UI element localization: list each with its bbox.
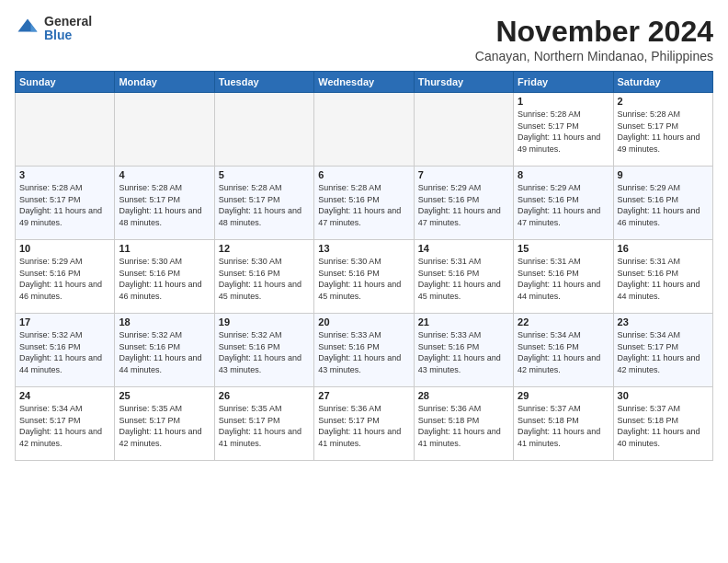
day-number: 14 bbox=[418, 243, 509, 254]
logo-text: General Blue bbox=[44, 15, 92, 43]
calendar-cell: 13Sunrise: 5:30 AM Sunset: 5:16 PM Dayli… bbox=[314, 240, 414, 314]
calendar-cell bbox=[214, 93, 313, 167]
day-info: Sunrise: 5:37 AM Sunset: 5:18 PM Dayligh… bbox=[518, 403, 609, 449]
day-number: 3 bbox=[19, 169, 110, 180]
logo-general-label: General bbox=[44, 15, 92, 29]
calendar-cell: 18Sunrise: 5:32 AM Sunset: 5:16 PM Dayli… bbox=[115, 314, 214, 387]
calendar-cell: 27Sunrise: 5:36 AM Sunset: 5:17 PM Dayli… bbox=[314, 387, 414, 461]
header-wednesday: Wednesday bbox=[314, 72, 414, 93]
day-number: 12 bbox=[219, 243, 310, 254]
calendar-cell: 10Sunrise: 5:29 AM Sunset: 5:16 PM Dayli… bbox=[16, 240, 115, 314]
calendar-cell: 17Sunrise: 5:32 AM Sunset: 5:16 PM Dayli… bbox=[16, 314, 115, 387]
day-info: Sunrise: 5:32 AM Sunset: 5:16 PM Dayligh… bbox=[219, 329, 310, 375]
month-title: November 2024 bbox=[475, 15, 713, 49]
day-number: 4 bbox=[119, 169, 210, 180]
calendar-cell: 11Sunrise: 5:30 AM Sunset: 5:16 PM Dayli… bbox=[115, 240, 214, 314]
calendar-week-2: 3Sunrise: 5:28 AM Sunset: 5:17 PM Daylig… bbox=[16, 167, 713, 240]
calendar-cell: 1Sunrise: 5:28 AM Sunset: 5:17 PM Daylig… bbox=[514, 93, 613, 167]
calendar-cell: 15Sunrise: 5:31 AM Sunset: 5:16 PM Dayli… bbox=[514, 240, 613, 314]
day-info: Sunrise: 5:35 AM Sunset: 5:17 PM Dayligh… bbox=[219, 403, 310, 449]
calendar-cell: 29Sunrise: 5:37 AM Sunset: 5:18 PM Dayli… bbox=[514, 387, 613, 461]
day-number: 25 bbox=[119, 390, 210, 401]
calendar-cell: 3Sunrise: 5:28 AM Sunset: 5:17 PM Daylig… bbox=[16, 167, 115, 240]
calendar-cell: 2Sunrise: 5:28 AM Sunset: 5:17 PM Daylig… bbox=[613, 93, 712, 167]
day-info: Sunrise: 5:30 AM Sunset: 5:16 PM Dayligh… bbox=[219, 256, 310, 302]
day-number: 29 bbox=[518, 390, 609, 401]
day-info: Sunrise: 5:31 AM Sunset: 5:16 PM Dayligh… bbox=[418, 256, 509, 302]
day-number: 8 bbox=[518, 169, 609, 180]
day-number: 19 bbox=[219, 316, 310, 327]
location-title: Canayan, Northern Mindanao, Philippines bbox=[475, 49, 713, 63]
day-number: 16 bbox=[618, 243, 709, 254]
day-info: Sunrise: 5:30 AM Sunset: 5:16 PM Dayligh… bbox=[318, 256, 409, 302]
calendar-cell: 4Sunrise: 5:28 AM Sunset: 5:17 PM Daylig… bbox=[115, 167, 214, 240]
day-number: 13 bbox=[318, 243, 409, 254]
calendar-header-row: SundayMondayTuesdayWednesdayThursdayFrid… bbox=[16, 72, 713, 93]
day-info: Sunrise: 5:28 AM Sunset: 5:17 PM Dayligh… bbox=[19, 182, 110, 228]
calendar-cell: 23Sunrise: 5:34 AM Sunset: 5:17 PM Dayli… bbox=[613, 314, 712, 387]
day-number: 5 bbox=[219, 169, 310, 180]
calendar-cell: 28Sunrise: 5:36 AM Sunset: 5:18 PM Dayli… bbox=[414, 387, 513, 461]
day-info: Sunrise: 5:31 AM Sunset: 5:16 PM Dayligh… bbox=[618, 256, 709, 302]
calendar-cell bbox=[414, 93, 513, 167]
day-number: 2 bbox=[618, 96, 709, 107]
calendar-week-1: 1Sunrise: 5:28 AM Sunset: 5:17 PM Daylig… bbox=[16, 93, 713, 167]
day-info: Sunrise: 5:31 AM Sunset: 5:16 PM Dayligh… bbox=[518, 256, 609, 302]
day-number: 24 bbox=[19, 390, 110, 401]
day-number: 28 bbox=[418, 390, 509, 401]
logo: General Blue bbox=[15, 15, 92, 43]
day-number: 20 bbox=[318, 316, 409, 327]
day-number: 23 bbox=[618, 316, 709, 327]
logo-blue-label: Blue bbox=[44, 29, 92, 42]
calendar-cell bbox=[16, 93, 115, 167]
calendar-cell: 14Sunrise: 5:31 AM Sunset: 5:16 PM Dayli… bbox=[414, 240, 513, 314]
calendar-cell: 21Sunrise: 5:33 AM Sunset: 5:16 PM Dayli… bbox=[414, 314, 513, 387]
day-info: Sunrise: 5:34 AM Sunset: 5:17 PM Dayligh… bbox=[19, 403, 110, 449]
calendar-cell: 6Sunrise: 5:28 AM Sunset: 5:16 PM Daylig… bbox=[314, 167, 414, 240]
day-number: 18 bbox=[119, 316, 210, 327]
day-info: Sunrise: 5:29 AM Sunset: 5:16 PM Dayligh… bbox=[618, 182, 709, 228]
calendar-cell: 25Sunrise: 5:35 AM Sunset: 5:17 PM Dayli… bbox=[115, 387, 214, 461]
day-number: 15 bbox=[518, 243, 609, 254]
title-area: November 2024 Canayan, Northern Mindanao… bbox=[475, 15, 713, 63]
day-info: Sunrise: 5:37 AM Sunset: 5:18 PM Dayligh… bbox=[618, 403, 709, 449]
day-number: 22 bbox=[518, 316, 609, 327]
day-info: Sunrise: 5:34 AM Sunset: 5:17 PM Dayligh… bbox=[618, 329, 709, 375]
day-info: Sunrise: 5:29 AM Sunset: 5:16 PM Dayligh… bbox=[518, 182, 609, 228]
calendar-week-5: 24Sunrise: 5:34 AM Sunset: 5:17 PM Dayli… bbox=[16, 387, 713, 461]
day-info: Sunrise: 5:34 AM Sunset: 5:16 PM Dayligh… bbox=[518, 329, 609, 375]
day-number: 30 bbox=[618, 390, 709, 401]
calendar-cell: 26Sunrise: 5:35 AM Sunset: 5:17 PM Dayli… bbox=[214, 387, 313, 461]
day-info: Sunrise: 5:29 AM Sunset: 5:16 PM Dayligh… bbox=[19, 256, 110, 302]
day-number: 10 bbox=[19, 243, 110, 254]
day-number: 17 bbox=[19, 316, 110, 327]
day-info: Sunrise: 5:28 AM Sunset: 5:16 PM Dayligh… bbox=[318, 182, 409, 228]
calendar-cell: 20Sunrise: 5:33 AM Sunset: 5:16 PM Dayli… bbox=[314, 314, 414, 387]
day-number: 6 bbox=[318, 169, 409, 180]
calendar-cell: 30Sunrise: 5:37 AM Sunset: 5:18 PM Dayli… bbox=[613, 387, 712, 461]
day-number: 9 bbox=[618, 169, 709, 180]
logo-icon bbox=[15, 16, 40, 41]
day-info: Sunrise: 5:32 AM Sunset: 5:16 PM Dayligh… bbox=[119, 329, 210, 375]
day-number: 27 bbox=[318, 390, 409, 401]
day-info: Sunrise: 5:28 AM Sunset: 5:17 PM Dayligh… bbox=[219, 182, 310, 228]
day-info: Sunrise: 5:29 AM Sunset: 5:16 PM Dayligh… bbox=[418, 182, 509, 228]
calendar-table: SundayMondayTuesdayWednesdayThursdayFrid… bbox=[15, 71, 713, 461]
header-thursday: Thursday bbox=[414, 72, 513, 93]
day-info: Sunrise: 5:33 AM Sunset: 5:16 PM Dayligh… bbox=[418, 329, 509, 375]
header: General Blue November 2024 Canayan, Nort… bbox=[15, 15, 713, 63]
day-number: 11 bbox=[119, 243, 210, 254]
calendar-cell: 22Sunrise: 5:34 AM Sunset: 5:16 PM Dayli… bbox=[514, 314, 613, 387]
calendar-cell: 9Sunrise: 5:29 AM Sunset: 5:16 PM Daylig… bbox=[613, 167, 712, 240]
day-info: Sunrise: 5:33 AM Sunset: 5:16 PM Dayligh… bbox=[318, 329, 409, 375]
header-sunday: Sunday bbox=[16, 72, 115, 93]
calendar-cell: 16Sunrise: 5:31 AM Sunset: 5:16 PM Dayli… bbox=[613, 240, 712, 314]
calendar-cell: 8Sunrise: 5:29 AM Sunset: 5:16 PM Daylig… bbox=[514, 167, 613, 240]
header-friday: Friday bbox=[514, 72, 613, 93]
calendar-cell bbox=[115, 93, 214, 167]
day-number: 1 bbox=[518, 96, 609, 107]
day-info: Sunrise: 5:28 AM Sunset: 5:17 PM Dayligh… bbox=[119, 182, 210, 228]
calendar-cell: 12Sunrise: 5:30 AM Sunset: 5:16 PM Dayli… bbox=[214, 240, 313, 314]
calendar-cell bbox=[314, 93, 414, 167]
day-info: Sunrise: 5:32 AM Sunset: 5:16 PM Dayligh… bbox=[19, 329, 110, 375]
